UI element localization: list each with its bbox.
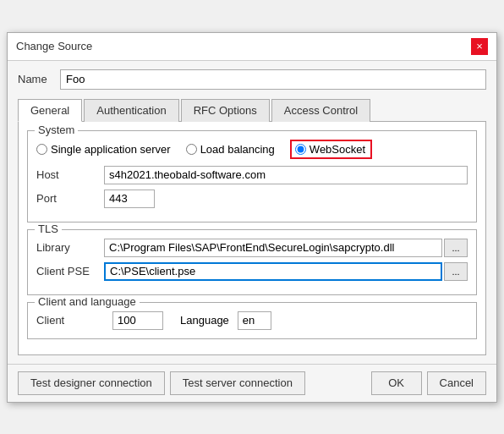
single-server-radio[interactable] (36, 144, 47, 155)
websocket-option[interactable]: WebSocket (290, 140, 372, 159)
dialog-body: Name General Authentication RFC Options … (8, 61, 496, 364)
close-button[interactable]: × (471, 38, 488, 55)
tab-authentication[interactable]: Authentication (84, 99, 178, 122)
ok-button[interactable]: OK (371, 371, 422, 395)
port-input[interactable] (104, 190, 155, 208)
title-bar: Change Source × (8, 33, 496, 61)
name-input[interactable] (60, 69, 486, 90)
port-row: Port (36, 190, 468, 208)
single-server-option[interactable]: Single application server (36, 143, 171, 156)
server-type-row: Single application server Load balancing… (36, 140, 468, 159)
system-legend: System (35, 124, 78, 136)
library-label: Library (36, 241, 104, 254)
change-source-dialog: Change Source × Name General Authenticat… (7, 32, 497, 403)
language-input[interactable] (238, 311, 271, 330)
tls-legend: TLS (35, 222, 62, 235)
library-input[interactable] (104, 239, 442, 257)
host-row: Host (36, 166, 468, 184)
port-label: Port (36, 192, 104, 205)
client-language-fieldset: Client and language Client Language (27, 302, 477, 339)
tab-content-general: System Single application server Load ba… (18, 122, 486, 355)
client-pse-input[interactable] (104, 262, 442, 281)
name-label: Name (18, 73, 60, 85)
library-input-group: ... (104, 239, 468, 257)
load-balancing-option[interactable]: Load balancing (186, 143, 275, 156)
footer-right: OK Cancel (371, 371, 486, 395)
library-row: Library ... (36, 239, 468, 257)
name-row: Name (18, 69, 486, 90)
client-language-legend: Client and language (35, 295, 140, 308)
footer-left: Test designer connection Test server con… (18, 371, 305, 395)
dialog-title: Change Source (16, 40, 92, 52)
client-pse-browse-button[interactable]: ... (444, 262, 468, 281)
system-fieldset: System Single application server Load ba… (27, 130, 477, 222)
tab-general[interactable]: General (18, 99, 82, 122)
client-label: Client (36, 314, 104, 327)
host-label: Host (36, 168, 104, 181)
dialog-footer: Test designer connection Test server con… (8, 364, 496, 402)
host-input[interactable] (104, 166, 468, 184)
client-pse-row: Client PSE ... (36, 262, 468, 281)
websocket-radio[interactable] (295, 144, 306, 155)
client-language-row: Client Language (36, 311, 468, 330)
library-browse-button[interactable]: ... (444, 239, 468, 257)
test-designer-button[interactable]: Test designer connection (18, 371, 165, 395)
cancel-button[interactable]: Cancel (427, 371, 486, 395)
tls-fieldset: TLS Library ... Client PSE ... (27, 229, 477, 295)
client-input[interactable] (112, 311, 163, 330)
tab-rfc-options[interactable]: RFC Options (181, 99, 270, 122)
test-server-button[interactable]: Test server connection (170, 371, 305, 395)
tabs: General Authentication RFC Options Acces… (18, 98, 486, 122)
language-label: Language (180, 314, 229, 327)
load-balancing-radio[interactable] (186, 144, 197, 155)
client-pse-label: Client PSE (36, 265, 104, 277)
client-pse-input-group: ... (104, 262, 468, 281)
tab-access-control[interactable]: Access Control (271, 99, 370, 122)
